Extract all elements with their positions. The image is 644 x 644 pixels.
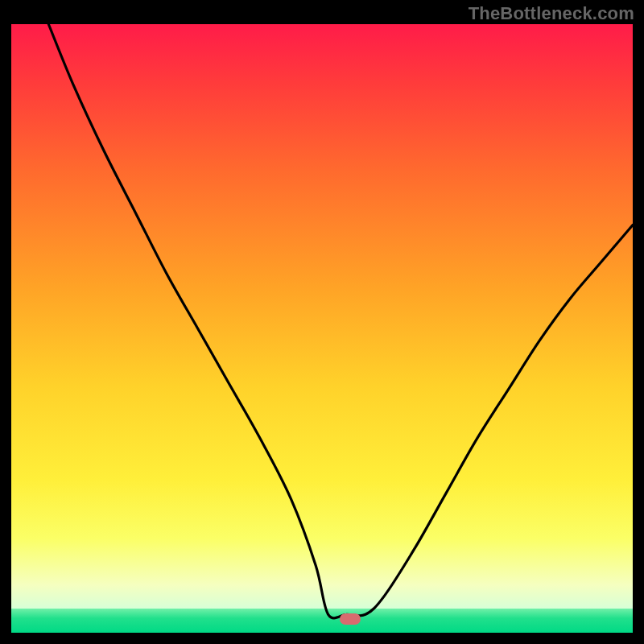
optimum-marker: [340, 613, 361, 625]
curve-path: [48, 24, 633, 618]
watermark-text: TheBottleneck.com: [469, 3, 634, 24]
plot-area: [11, 24, 633, 633]
chart-stage: TheBottleneck.com: [0, 0, 644, 644]
bottleneck-curve: [11, 24, 633, 633]
